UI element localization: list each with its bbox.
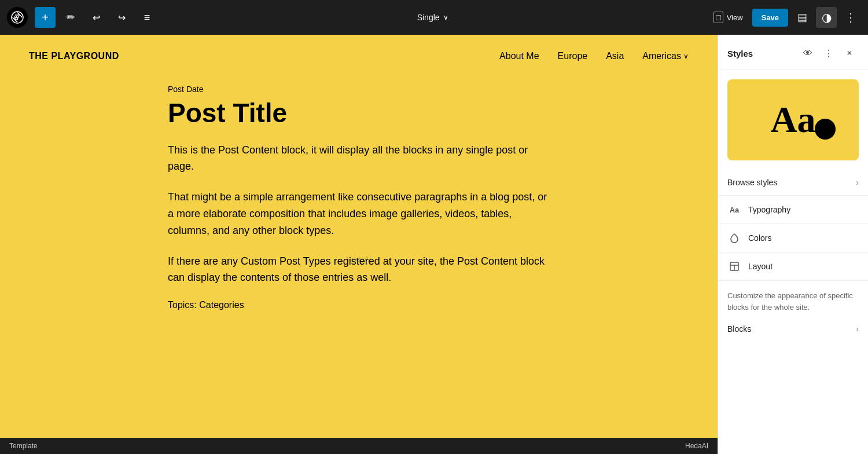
styles-close-button[interactable]: ×	[840, 44, 859, 63]
more-options-button[interactable]: ⋮	[840, 7, 861, 28]
chevron-down-icon: ∨	[443, 13, 448, 21]
post-paragraph-3: If there are any Custom Post Types regis…	[168, 253, 550, 287]
undo-icon: ↩	[93, 12, 100, 23]
view-icon: □	[713, 12, 723, 23]
post-date: Post Date	[168, 85, 550, 94]
page-preview: THE PLAYGROUND About Me Europe Asia Amer…	[0, 35, 718, 438]
style-preview-card[interactable]: Aa	[727, 79, 859, 160]
dark-mode-icon: ◑	[822, 10, 832, 24]
post-topics: Topics: Categories	[168, 300, 550, 310]
dark-mode-button[interactable]: ◑	[816, 7, 837, 28]
style-preview-dot	[815, 119, 836, 140]
site-header: THE PLAYGROUND About Me Europe Asia Amer…	[0, 35, 718, 73]
browse-styles-chevron: ›	[856, 178, 859, 187]
styles-panel-header: Styles 👁 ⋮ ×	[718, 35, 868, 70]
template-selector[interactable]: Single ∨	[410, 9, 455, 25]
topics-label: Topics:	[168, 300, 197, 310]
wp-logo[interactable]: W	[7, 7, 28, 28]
redo-button[interactable]: ↪	[111, 7, 132, 28]
post-title: Post Title	[168, 98, 550, 128]
add-icon: +	[42, 11, 49, 24]
blocks-label: Blocks	[727, 324, 751, 334]
sidebar-toggle-icon: ▤	[797, 11, 807, 24]
nav-item-asia[interactable]: Asia	[606, 51, 624, 61]
list-view-icon: ≡	[144, 12, 150, 24]
redo-icon: ↪	[118, 12, 126, 23]
styles-panel: Styles 👁 ⋮ × Aa Browse styles ›	[718, 35, 868, 454]
sidebar-toggle-button[interactable]: ▤	[792, 7, 812, 28]
browse-styles-row[interactable]: Browse styles ›	[718, 170, 868, 196]
blocks-row[interactable]: Blocks ›	[718, 317, 868, 340]
layout-icon	[727, 259, 741, 273]
main-area: THE PLAYGROUND About Me Europe Asia Amer…	[0, 35, 868, 454]
nav-americas-label: Americas	[642, 51, 681, 61]
view-button[interactable]: □ View	[708, 8, 748, 27]
browse-styles-label: Browse styles	[727, 178, 777, 187]
layout-item[interactable]: Layout	[718, 252, 868, 281]
typography-item[interactable]: Aa Typography	[718, 196, 868, 224]
more-options-icon: ⋮	[845, 10, 856, 24]
styles-panel-title: Styles	[727, 49, 753, 58]
list-view-button[interactable]: ≡	[137, 7, 157, 28]
typography-icon: Aa	[727, 203, 741, 217]
eye-icon: 👁	[803, 48, 812, 58]
nav-item-americas[interactable]: Americas ∨	[642, 51, 689, 61]
more-dots-icon: ⋮	[824, 48, 833, 59]
status-bar: Template HedaAI	[0, 438, 718, 454]
style-preview-aa: Aa	[770, 101, 815, 138]
styles-panel-actions: 👁 ⋮ ×	[799, 44, 859, 63]
nav-item-europe[interactable]: Europe	[558, 51, 588, 61]
post-paragraph-1: This is the Post Content block, it will …	[168, 142, 550, 175]
layout-label: Layout	[748, 262, 859, 271]
status-watermark: HedaAI	[685, 442, 708, 450]
styles-more-button[interactable]: ⋮	[819, 44, 838, 63]
canvas-area: THE PLAYGROUND About Me Europe Asia Amer…	[0, 35, 718, 454]
toolbar-right: □ View Save ▤ ◑ ⋮	[708, 7, 861, 28]
toolbar-center: Single ∨	[162, 9, 703, 25]
post-content-area: Post Date Post Title This is the Post Co…	[0, 73, 718, 334]
main-toolbar: W + ✏ ↩ ↪ ≡ Single ∨ □ View Save ▤ ◑	[0, 0, 868, 35]
colors-label: Colors	[748, 233, 859, 243]
styles-eye-button[interactable]: 👁	[799, 44, 817, 63]
site-nav: About Me Europe Asia Americas ∨	[499, 51, 689, 61]
nav-item-about-me[interactable]: About Me	[499, 51, 539, 61]
add-block-button[interactable]: +	[35, 7, 56, 28]
colors-item[interactable]: Colors	[718, 224, 868, 252]
undo-button[interactable]: ↩	[86, 7, 106, 28]
view-label: View	[727, 13, 743, 22]
edit-mode-button[interactable]: ✏	[60, 7, 81, 28]
site-title: THE PLAYGROUND	[29, 51, 119, 61]
post-paragraph-2: That might be a simple arrangement like …	[168, 189, 550, 239]
close-icon: ×	[847, 48, 852, 58]
customize-text: Customize the appearance of specific blo…	[718, 281, 868, 317]
typography-label: Typography	[748, 205, 859, 214]
colors-icon	[727, 231, 741, 245]
edit-icon: ✏	[67, 11, 75, 24]
blocks-chevron: ›	[856, 324, 859, 334]
template-label: Single	[417, 13, 440, 22]
svg-text:W: W	[14, 15, 19, 21]
save-button[interactable]: Save	[752, 9, 788, 27]
template-status: Template	[9, 442, 38, 450]
chevron-down-icon: ∨	[683, 52, 689, 60]
topics-value: Categories	[199, 300, 244, 310]
